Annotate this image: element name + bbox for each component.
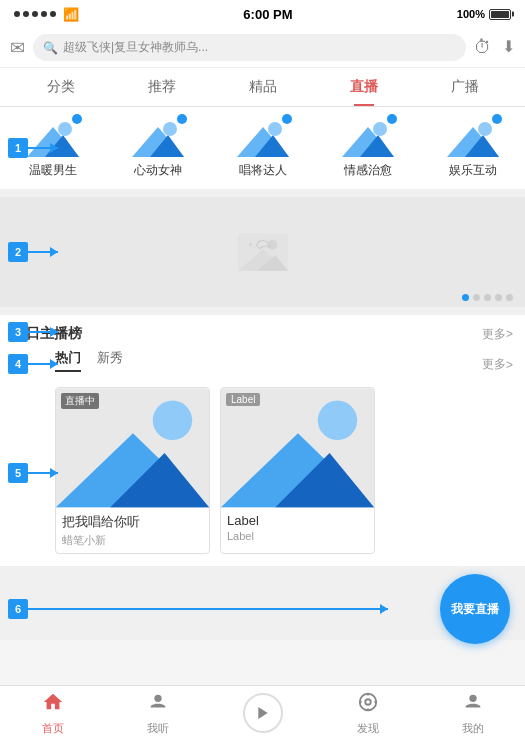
main-tabs: 分类 推荐 精品 直播 广播 bbox=[0, 68, 525, 107]
section-subtabs: 4 热门 新秀 更多 bbox=[0, 349, 525, 379]
card-image-1: Label bbox=[221, 388, 374, 508]
nav-label-mine: 我的 bbox=[462, 721, 484, 736]
arrow-3 bbox=[28, 331, 58, 333]
search-input-wrap[interactable]: 🔍 超级飞侠|复旦女神教师乌... bbox=[33, 34, 466, 61]
category-badge-4 bbox=[492, 114, 502, 124]
search-placeholder: 超级飞侠|复旦女神教师乌... bbox=[63, 39, 208, 56]
svg-point-8 bbox=[268, 122, 282, 136]
divider-1 bbox=[0, 189, 525, 197]
divider-2 bbox=[0, 307, 525, 315]
banner-area bbox=[0, 197, 525, 307]
wifi-icon: 📶 bbox=[63, 7, 79, 22]
status-time: 6:00 PM bbox=[243, 7, 292, 22]
svg-marker-29 bbox=[258, 707, 267, 719]
card-info-0: 把我唱给你听 蜡笔小新 bbox=[56, 508, 209, 553]
live-button[interactable]: 我要直播 bbox=[440, 574, 510, 644]
category-icons-row: 温暖男生 心动女神 bbox=[0, 107, 525, 189]
indicator-5: 5 bbox=[8, 463, 58, 483]
nav-item-mine[interactable]: 我的 bbox=[420, 687, 525, 740]
category-item-4[interactable]: 娱乐互动 bbox=[433, 117, 513, 179]
indicator-4: 4 bbox=[8, 354, 58, 374]
arrow-6 bbox=[28, 608, 388, 610]
bottom-nav: 首页 我听 发现 bbox=[0, 685, 525, 740]
nav-item-listen[interactable]: 我听 bbox=[105, 687, 210, 740]
banner-dot-4 bbox=[506, 294, 513, 301]
rankings-title-row: 今日主播榜 更多 bbox=[0, 315, 525, 349]
header-icons: ⏱ ⬇ bbox=[474, 37, 515, 58]
svg-point-19 bbox=[249, 243, 252, 246]
label-box-3: 3 bbox=[8, 322, 28, 342]
svg-point-2 bbox=[58, 122, 72, 136]
category-icon-wrap-4 bbox=[447, 117, 499, 157]
category-icon-wrap-1 bbox=[132, 117, 184, 157]
tab-category[interactable]: 分类 bbox=[10, 68, 111, 106]
download-icon[interactable]: ⬇ bbox=[502, 37, 515, 58]
category-item-2[interactable]: 唱将达人 bbox=[223, 117, 303, 179]
label-box-1: 1 bbox=[8, 138, 28, 158]
hot-more-link[interactable]: 更多 bbox=[482, 356, 513, 373]
indicator-1: 1 bbox=[8, 138, 58, 158]
card-image-0: 直播中 bbox=[56, 388, 209, 508]
nav-label-discover: 发现 bbox=[357, 721, 379, 736]
svg-point-30 bbox=[359, 693, 376, 710]
arrow-1 bbox=[28, 147, 58, 149]
banner-dot-1 bbox=[473, 294, 480, 301]
banner-dot-3 bbox=[495, 294, 502, 301]
history-icon[interactable]: ⏱ bbox=[474, 37, 492, 58]
main-content: 1 温暖男生 bbox=[0, 107, 525, 676]
rankings-more[interactable]: 更多 bbox=[482, 326, 513, 343]
card-1[interactable]: Label Label Label bbox=[220, 387, 375, 554]
discover-icon bbox=[357, 691, 379, 719]
divider-3 bbox=[0, 566, 525, 578]
label-box-2: 2 bbox=[8, 242, 28, 262]
nav-item-discover[interactable]: 发现 bbox=[315, 687, 420, 740]
category-label-3: 情感治愈 bbox=[344, 162, 392, 179]
play-button[interactable] bbox=[243, 693, 283, 733]
section-cards: 5 直播中 把我唱给你听 蜡笔小新 bbox=[0, 379, 525, 566]
banner-dot-2 bbox=[484, 294, 491, 301]
svg-point-27 bbox=[318, 401, 357, 440]
tab-radio[interactable]: 广播 bbox=[414, 68, 515, 106]
category-item-3[interactable]: 情感治愈 bbox=[328, 117, 408, 179]
category-icon-wrap-2 bbox=[237, 117, 289, 157]
indicator-3: 3 bbox=[8, 322, 58, 342]
nav-label-listen: 我听 bbox=[147, 721, 169, 736]
category-badge-3 bbox=[387, 114, 397, 124]
svg-point-14 bbox=[478, 122, 492, 136]
category-label-2: 唱将达人 bbox=[239, 162, 287, 179]
svg-point-36 bbox=[469, 694, 476, 701]
tab-premium[interactable]: 精品 bbox=[212, 68, 313, 106]
svg-point-11 bbox=[373, 122, 387, 136]
indicator-2: 2 bbox=[8, 242, 58, 262]
sub-tab-hot[interactable]: 热门 bbox=[55, 349, 81, 372]
tab-recommend[interactable]: 推荐 bbox=[111, 68, 212, 106]
battery-percent: 100% bbox=[457, 8, 485, 20]
card-subtitle-1: Label bbox=[227, 530, 368, 542]
card-label-badge-1: Label bbox=[226, 393, 260, 406]
nav-item-play[interactable] bbox=[210, 689, 315, 737]
sub-tab-new[interactable]: 新秀 bbox=[97, 349, 123, 372]
category-item-1[interactable]: 心动女神 bbox=[118, 117, 198, 179]
nav-label-home: 首页 bbox=[42, 721, 64, 736]
category-badge-2 bbox=[282, 114, 292, 124]
category-label-1: 心动女神 bbox=[134, 162, 182, 179]
tab-live[interactable]: 直播 bbox=[313, 68, 414, 106]
mail-icon[interactable]: ✉ bbox=[10, 37, 25, 59]
category-badge-1 bbox=[177, 114, 187, 124]
section-live-button: 6 我要直播 bbox=[0, 578, 525, 640]
section-rankings: 3 今日主播榜 更多 bbox=[0, 315, 525, 349]
label-box-5: 5 bbox=[8, 463, 28, 483]
battery-icon bbox=[489, 9, 511, 20]
nav-item-home[interactable]: 首页 bbox=[0, 687, 105, 740]
label-box-6: 6 bbox=[8, 599, 28, 619]
svg-point-31 bbox=[365, 699, 371, 705]
svg-point-5 bbox=[163, 122, 177, 136]
svg-point-28 bbox=[154, 694, 161, 701]
search-icon: 🔍 bbox=[43, 41, 58, 55]
banner-dots bbox=[462, 294, 513, 301]
card-0[interactable]: 直播中 把我唱给你听 蜡笔小新 bbox=[55, 387, 210, 554]
home-icon bbox=[42, 691, 64, 719]
category-label-4: 娱乐互动 bbox=[449, 162, 497, 179]
card-live-badge-0: 直播中 bbox=[61, 393, 99, 409]
svg-point-23 bbox=[153, 401, 192, 440]
